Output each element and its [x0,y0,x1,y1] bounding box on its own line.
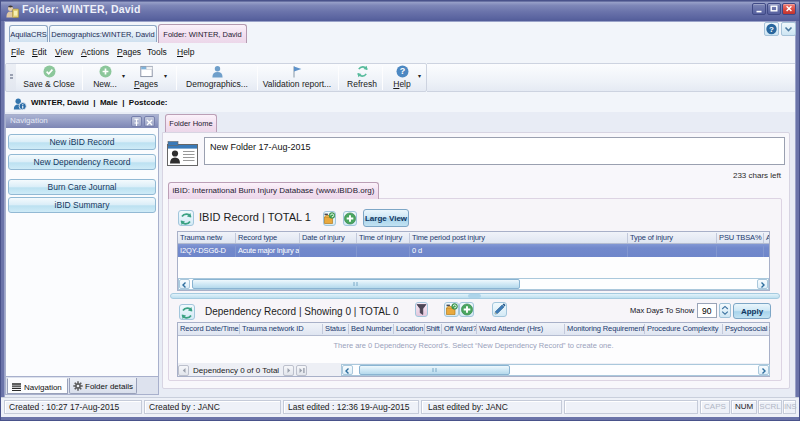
svg-text:?: ? [769,25,774,34]
svg-text:?: ? [399,66,405,76]
